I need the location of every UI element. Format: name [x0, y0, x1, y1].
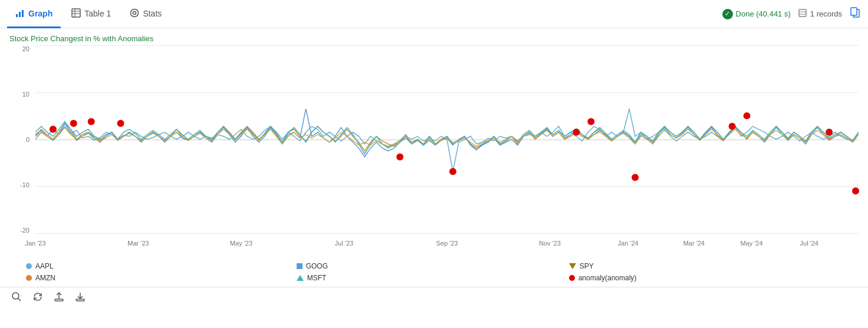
- anomaly-dot-1: [50, 126, 57, 133]
- svg-rect-1: [19, 12, 21, 17]
- table-icon: [71, 8, 81, 19]
- anomaly-dot-7: [573, 129, 580, 136]
- x-label-may23: May '23: [230, 240, 252, 247]
- svg-rect-3: [72, 9, 80, 17]
- upload-button[interactable]: [52, 290, 66, 304]
- y-label-neg10: -10: [9, 181, 33, 188]
- done-check-icon: ✓: [722, 9, 733, 19]
- legend-anomaly-icon: [569, 275, 575, 281]
- legend-aapl-label: AAPL: [35, 262, 54, 270]
- tab-stats[interactable]: Stats: [121, 1, 170, 28]
- chart-title: Stock Price Changest in % with Anomalies: [9, 34, 859, 43]
- svg-rect-9: [799, 9, 806, 16]
- svg-rect-2: [22, 10, 24, 17]
- anomaly-dot-3: [88, 118, 95, 125]
- svg-point-15: [12, 293, 19, 299]
- y-label-neg20: -20: [9, 227, 33, 234]
- legend-anomaly-label: anomaly(anomaly): [578, 274, 637, 282]
- y-label-0: 0: [9, 136, 33, 143]
- x-label-sep23: Sep '23: [436, 240, 458, 247]
- stats-icon: [130, 8, 139, 19]
- chart-svg: [35, 45, 859, 233]
- legend-msft: MSFT: [297, 274, 534, 282]
- legend-goog-icon: [297, 263, 303, 269]
- x-label-jan23: Jan '23: [25, 240, 45, 247]
- y-label-20: 20: [9, 45, 33, 52]
- tab-table1[interactable]: Table 1: [63, 1, 119, 28]
- anomaly-dot-11: [744, 112, 751, 120]
- legend-amzn-label: AMZN: [35, 274, 55, 282]
- done-status: ✓ Done (40.441 s): [722, 9, 791, 19]
- x-label-nov23: Nov '23: [539, 240, 561, 247]
- anomaly-dot-12: [826, 129, 833, 136]
- top-bar: Graph Table 1 Stats ✓ Done (40.441 s) 1 …: [0, 0, 868, 28]
- tab-table1-label: Table 1: [84, 9, 111, 18]
- chart-legend: AAPL GOOG SPY AMZN MSFT anomaly(anomaly): [0, 257, 868, 287]
- records-label: 1 records: [810, 9, 842, 18]
- copy-button[interactable]: [849, 6, 861, 21]
- refresh-button[interactable]: [31, 290, 45, 304]
- x-axis: Jan '23 Mar '23 May '23 Jul '23 Sep '23 …: [35, 236, 859, 257]
- anomaly-dot-6: [449, 168, 456, 175]
- svg-rect-0: [16, 14, 18, 17]
- legend-amzn-icon: [26, 275, 32, 281]
- legend-anomaly: anomaly(anomaly): [569, 274, 842, 282]
- anomaly-dot-10: [729, 123, 736, 130]
- chart-container: 20 10 0 -10 -20: [9, 45, 859, 257]
- legend-spy: SPY: [569, 262, 842, 270]
- download-button[interactable]: [73, 290, 87, 304]
- svg-point-8: [133, 11, 136, 14]
- tab-bar: Graph Table 1 Stats: [7, 0, 170, 28]
- anomaly-dot-2: [70, 120, 77, 127]
- anomaly-dot-4: [117, 120, 124, 127]
- x-label-mar24: Mar '24: [683, 240, 705, 247]
- chart-inner: [35, 45, 859, 234]
- legend-spy-label: SPY: [580, 262, 594, 270]
- x-label-mar23: Mar '23: [127, 240, 149, 247]
- svg-rect-19: [76, 299, 84, 301]
- legend-amzn: AMZN: [26, 274, 261, 282]
- y-label-10: 10: [9, 91, 33, 98]
- x-label-jan24: Jan '24: [618, 240, 639, 247]
- y-axis: 20 10 0 -10 -20: [9, 45, 33, 234]
- records-icon: [798, 8, 807, 19]
- done-label: Done (40.441 s): [736, 9, 791, 18]
- legend-goog: GOOG: [297, 262, 534, 270]
- legend-msft-label: MSFT: [307, 274, 327, 282]
- tab-graph[interactable]: Graph: [7, 1, 61, 28]
- x-label-may24: May '24: [740, 240, 762, 247]
- chart-area: Stock Price Changest in % with Anomalies…: [0, 28, 868, 257]
- legend-spy-icon: [569, 263, 576, 269]
- gridline-neg20: [35, 233, 859, 234]
- bottom-toolbar: [0, 287, 868, 306]
- anomaly-dot-5: [396, 153, 403, 160]
- records-badge: 1 records: [798, 8, 842, 19]
- svg-point-7: [131, 9, 139, 16]
- x-label-jul24: Jul '24: [800, 240, 818, 247]
- graph-icon: [15, 8, 25, 19]
- svg-rect-13: [851, 8, 857, 15]
- svg-rect-17: [55, 299, 63, 301]
- legend-aapl: AAPL: [26, 262, 261, 270]
- x-label-jul23: Jul '23: [335, 240, 353, 247]
- top-right-area: ✓ Done (40.441 s) 1 records: [722, 6, 861, 21]
- svg-line-16: [18, 299, 21, 302]
- tab-graph-label: Graph: [28, 9, 52, 18]
- anomaly-dot-13: [852, 187, 859, 194]
- tab-stats-label: Stats: [143, 9, 162, 18]
- legend-aapl-icon: [26, 263, 32, 269]
- anomaly-dot-8: [587, 118, 594, 125]
- legend-msft-icon: [297, 275, 304, 281]
- anomaly-dot-9: [632, 174, 639, 181]
- search-button[interactable]: [9, 290, 24, 304]
- legend-goog-label: GOOG: [306, 262, 328, 270]
